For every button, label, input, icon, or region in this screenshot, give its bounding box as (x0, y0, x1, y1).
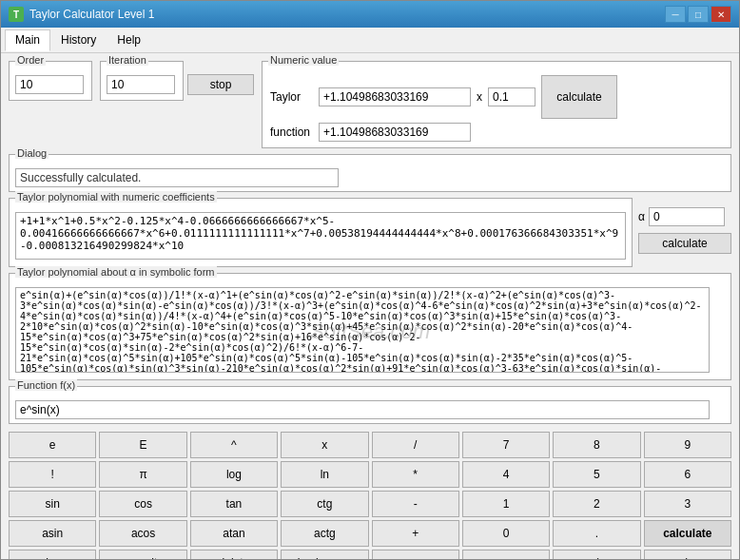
btn-backspace[interactable]: backspace (281, 550, 368, 559)
poly-symbolic-group: Taylor polynomial about α in symbolic fo… (9, 273, 731, 380)
menubar: Main History Help (1, 28, 739, 53)
fx-group: Function f(x) (9, 386, 731, 424)
btn-sin[interactable]: sin (9, 491, 96, 517)
poly-numeric-label: Taylor polynomial with numeric coefficie… (15, 191, 217, 203)
btn-close-paren[interactable]: ) (644, 550, 731, 559)
btn-result[interactable]: result (99, 550, 186, 559)
alpha-row: α (638, 207, 725, 226)
btn-pi[interactable]: π (99, 461, 186, 488)
tab-history[interactable]: History (50, 29, 107, 50)
main-window: T Taylor Calculator Level 1 ─ □ ✕ Main H… (0, 0, 740, 560)
kb-row-4: asin acos atan actg + 0 . calculate (9, 520, 731, 547)
numeric-group: Numeric value Taylor x calculate functio… (262, 61, 731, 148)
btn-multiply[interactable]: * (372, 461, 459, 488)
alpha-symbol: α (638, 210, 645, 223)
titlebar-left: T Taylor Calculator Level 1 (9, 7, 154, 22)
calculate-button-right[interactable]: calculate (541, 75, 617, 119)
btn-caret[interactable]: ^ (190, 432, 278, 458)
main-content: Order Iteration stop Numeric value Taylo… (1, 53, 739, 559)
btn-8[interactable]: 8 (553, 432, 640, 458)
minimize-button[interactable]: ─ (665, 6, 686, 23)
btn-plus[interactable]: + (372, 520, 459, 547)
dialog-input (15, 168, 339, 187)
function-label: function (270, 126, 313, 139)
keyboard: e E ^ x / 7 8 9 ! π log ln * 4 5 6 sin (9, 432, 731, 559)
app-icon: T (9, 7, 24, 22)
function-value-input[interactable] (319, 123, 471, 142)
btn-4[interactable]: 4 (462, 461, 550, 488)
window-title: Taylor Calculator Level 1 (29, 8, 154, 21)
function-row: function (270, 123, 723, 142)
btn-ctg[interactable]: ctg (281, 491, 368, 517)
btn-left-arrow[interactable]: <- (372, 550, 459, 559)
btn-x[interactable]: x (281, 432, 368, 458)
fx-input[interactable] (15, 400, 710, 419)
kb-row-1: e E ^ x / 7 8 9 (9, 432, 731, 458)
taylor-row: Taylor x calculate (270, 75, 723, 119)
order-input[interactable] (15, 75, 84, 94)
iteration-input[interactable] (107, 75, 175, 94)
poly-symbolic-textarea[interactable]: e^sin(α)+(e^sin(α)*cos(α))/1!*(x-α)^1+(e… (15, 287, 710, 373)
btn-atan[interactable]: atan (190, 520, 278, 547)
btn-6[interactable]: 6 (644, 461, 731, 488)
btn-divide[interactable]: / (372, 432, 459, 458)
alpha-group: α calculate (638, 198, 731, 254)
kb-row-2: ! π log ln * 4 5 6 (9, 461, 731, 488)
btn-ln[interactable]: ln (281, 461, 368, 488)
x-label: x (477, 90, 482, 104)
btn-calculate[interactable]: calculate (644, 520, 731, 547)
btn-E[interactable]: E (99, 432, 186, 458)
iteration-label: Iteration (107, 54, 148, 66)
btn-factorial[interactable]: ! (9, 461, 96, 488)
btn-5[interactable]: 5 (553, 461, 640, 488)
dialog-group: Dialog (9, 154, 731, 192)
numeric-label: Numeric value (268, 54, 339, 66)
btn-2[interactable]: 2 (553, 491, 640, 517)
btn-clear[interactable]: clear (9, 550, 96, 559)
alpha-input[interactable] (649, 207, 725, 226)
tab-main[interactable]: Main (5, 29, 50, 51)
btn-open-paren[interactable]: ( (553, 550, 640, 559)
btn-7[interactable]: 7 (462, 432, 550, 458)
btn-0[interactable]: 0 (462, 520, 550, 547)
titlebar: T Taylor Calculator Level 1 ─ □ ✕ (1, 1, 739, 28)
stop-button[interactable]: stop (187, 74, 254, 95)
x-value-input[interactable] (488, 87, 536, 106)
btn-log[interactable]: log (190, 461, 278, 488)
poly-symbolic-label: Taylor polynomial about α in symbolic fo… (15, 266, 217, 278)
btn-dot[interactable]: . (553, 520, 640, 547)
taylor-value-input[interactable] (319, 87, 471, 106)
kb-row-5: clear result delete backspace <- -> ( ) (9, 550, 731, 559)
alpha-calculate-button[interactable]: calculate (638, 233, 731, 254)
btn-cos[interactable]: cos (99, 491, 186, 517)
kb-row-3: sin cos tan ctg - 1 2 3 (9, 491, 731, 517)
btn-asin[interactable]: asin (9, 520, 96, 547)
tab-help[interactable]: Help (107, 29, 151, 50)
btn-9[interactable]: 9 (644, 432, 731, 458)
poly-numeric-textarea[interactable]: +1+1*x^1+0.5*x^2-0.125*x^4-0.06666666666… (15, 212, 626, 260)
iteration-stop-area: Iteration stop (100, 61, 254, 101)
order-label: Order (15, 54, 46, 66)
maximize-button[interactable]: □ (688, 6, 709, 23)
symbolic-wrapper: e^sin(α)+(e^sin(α)*cos(α))/1!*(x-α)^1+(e… (15, 287, 725, 376)
btn-3[interactable]: 3 (644, 491, 731, 517)
btn-right-arrow[interactable]: -> (462, 550, 550, 559)
poly-numeric-group: Taylor polynomial with numeric coefficie… (9, 198, 633, 267)
window-controls: ─ □ ✕ (665, 6, 731, 23)
btn-tan[interactable]: tan (190, 491, 278, 517)
btn-actg[interactable]: actg (281, 520, 368, 547)
fx-label: Function f(x) (15, 379, 77, 391)
btn-1[interactable]: 1 (462, 491, 550, 517)
btn-acos[interactable]: acos (99, 520, 186, 547)
top-row: Order Iteration stop Numeric value Taylo… (9, 61, 731, 148)
btn-e[interactable]: e (9, 432, 96, 458)
poly-row: Taylor polynomial with numeric coefficie… (9, 198, 731, 267)
taylor-label: Taylor (270, 90, 313, 104)
dialog-label: Dialog (15, 147, 49, 159)
btn-minus[interactable]: - (372, 491, 459, 517)
btn-delete[interactable]: delete (190, 550, 278, 559)
order-group: Order (9, 61, 92, 101)
iteration-group: Iteration (100, 61, 184, 101)
close-button[interactable]: ✕ (711, 6, 731, 23)
